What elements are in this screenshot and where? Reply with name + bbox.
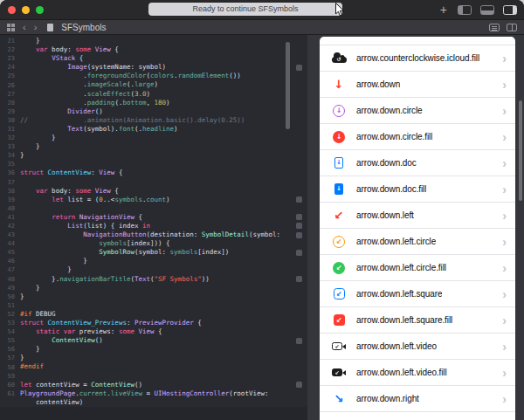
line-number: 50	[0, 293, 20, 300]
line-number: 59	[0, 373, 20, 380]
list-item[interactable]: ↓arrow.down.doc›	[320, 150, 515, 176]
code-line: 48 }.navigationBarTitle(Text("SF Symbols…	[0, 275, 307, 284]
symbol-name: arrow.down.left.circle.fill	[356, 263, 446, 272]
breadcrumb-filename[interactable]: SFSymbols	[61, 23, 106, 32]
line-number: 25	[0, 72, 20, 79]
code-editor[interactable]: 21 }22 var body: some View {23 VStack {2…	[0, 35, 307, 420]
code-line: 42 List(list) { index in	[0, 222, 307, 231]
line-number: 35	[0, 161, 20, 168]
chevron-right-icon: ›	[497, 367, 507, 379]
forward-chevron-icon[interactable]: ›	[33, 23, 38, 32]
code-line: 21 }	[0, 37, 307, 45]
preview-scrollbar-thumb[interactable]	[519, 100, 522, 201]
library-plus-button[interactable]: +	[438, 3, 449, 16]
minimize-button[interactable]	[22, 6, 30, 14]
toolbar-right: +	[438, 0, 517, 19]
list-item[interactable]: ↙arrow.down.left.square›	[320, 281, 515, 307]
toggle-navigator-icon[interactable]	[458, 5, 472, 15]
list-item[interactable]: ↙arrow.down.left.square.fill›	[320, 307, 515, 334]
result-marker[interactable]	[296, 196, 302, 203]
list-item[interactable]: ↙arrow.down.left.video.fill›	[320, 360, 515, 386]
symbol-icon-column: ↙	[330, 262, 348, 274]
line-number: 39	[0, 196, 20, 203]
line-number: 40	[0, 205, 20, 212]
code-line: 32 }	[0, 134, 307, 142]
close-button[interactable]	[8, 6, 16, 14]
code-line: 60let contentView = ContentView()	[0, 381, 307, 389]
symbol-name: arrow.down.circle.fill	[356, 132, 432, 141]
code-line: 49 }	[0, 284, 307, 293]
code-line: 46 }	[0, 257, 307, 265]
arrow-counterclockwise-icloud-fill-icon: ↺	[332, 53, 347, 63]
symbol-name: arrow.down.doc	[356, 158, 417, 168]
code-line: 61PlaygroundPage.current.liveView = UIHo…	[0, 389, 307, 398]
editor-scrollbar-thumb[interactable]	[286, 42, 290, 129]
result-marker[interactable]	[296, 250, 302, 256]
line-number: 53	[0, 320, 20, 327]
result-marker[interactable]	[296, 223, 302, 229]
related-items-icon[interactable]	[7, 24, 10, 27]
line-number: 51	[0, 302, 20, 309]
line-number: 38	[0, 188, 20, 195]
list-item[interactable]: ↘arrow.down.right›	[320, 386, 515, 412]
symbol-name: arrow.down.left.square	[356, 289, 442, 299]
result-marker[interactable]	[296, 232, 302, 238]
arrow-down-circle-fill-icon: ↓	[333, 131, 345, 143]
code-line: 54 static var previews: some View {	[0, 327, 307, 336]
result-marker[interactable]	[296, 338, 302, 344]
line-number: 28	[0, 100, 20, 107]
chevron-right-icon: ›	[497, 52, 507, 65]
activity-indicator: Ready to continue SFSymbols	[148, 3, 342, 16]
list-item[interactable]: ↙arrow.down.left.circle›	[320, 229, 515, 255]
line-number: 48	[0, 276, 20, 283]
jump-bar: ‹ › SFSymbols	[0, 20, 524, 35]
symbol-name: arrow.down.left.square.fill	[356, 315, 452, 325]
symbol-name: arrow.down.left.video	[356, 341, 437, 351]
list-item[interactable]: ↙arrow.down.left›	[320, 203, 515, 229]
list-item[interactable]: ↺arrow.counterclockwise.icloud.fill›	[320, 45, 515, 72]
line-number: 56	[0, 346, 20, 353]
result-marker[interactable]	[296, 276, 302, 282]
result-marker[interactable]	[296, 65, 302, 71]
line-number: 41	[0, 214, 20, 221]
symbol-list: ↺arrow.counterclockwise.icloud.fill›↓arr…	[320, 45, 515, 412]
list-item[interactable]: ↙arrow.down.left.circle.fill›	[320, 255, 515, 281]
line-number: 54	[0, 328, 20, 335]
chevron-right-icon: ›	[497, 157, 507, 169]
line-number: 60	[0, 382, 20, 389]
code-line: 45 SymbolRow(symbol: symbols[index])	[0, 248, 307, 257]
code-line: 51	[0, 301, 307, 310]
toggle-debug-area-icon[interactable]	[480, 5, 494, 15]
symbol-icon-column: ↙	[330, 314, 348, 326]
code-line: 26 .imageScale(.large)	[0, 80, 307, 89]
line-number: 42	[0, 223, 20, 230]
chevron-right-icon: ›	[497, 236, 507, 248]
split-editor-icon[interactable]	[507, 24, 517, 31]
result-marker[interactable]	[296, 382, 302, 388]
list-item[interactable]: ↓arrow.down.circle.fill›	[320, 124, 515, 150]
symbol-list-panel: ↺arrow.counterclockwise.icloud.fill›↓arr…	[320, 37, 515, 420]
line-number: 30	[0, 117, 20, 124]
list-item[interactable]: ↓arrow.down.doc.fill›	[320, 176, 515, 203]
line-number: 22	[0, 46, 20, 53]
back-chevron-icon[interactable]: ‹	[22, 23, 27, 32]
editor-options-icon[interactable]	[489, 24, 500, 31]
toggle-inspector-icon[interactable]	[503, 5, 517, 15]
symbol-name: arrow.down.left	[356, 210, 414, 220]
list-item[interactable]: ↙arrow.down.left.video›	[320, 334, 515, 360]
chevron-right-icon: ›	[497, 262, 507, 274]
list-item[interactable]: ↓arrow.down›	[320, 72, 515, 98]
code-line: 55 ContentView()	[0, 336, 307, 345]
zoom-button[interactable]	[36, 6, 44, 14]
code-line: 30// .animation(Animation.basic().delay(…	[0, 116, 307, 125]
code-line: 33 }	[0, 142, 307, 151]
symbol-icon-column: ↓	[330, 105, 348, 117]
line-number: 33	[0, 143, 20, 150]
symbol-name: arrow.down.left.circle	[356, 237, 436, 246]
arrow-down-left-circle-icon: ↙	[333, 236, 345, 248]
code-line: 44 symbols[index])) {	[0, 239, 307, 248]
list-item[interactable]: ↓arrow.down.circle›	[320, 98, 515, 124]
line-number: 32	[0, 134, 20, 141]
result-marker[interactable]	[296, 214, 302, 220]
code-line: 57}	[0, 354, 307, 362]
